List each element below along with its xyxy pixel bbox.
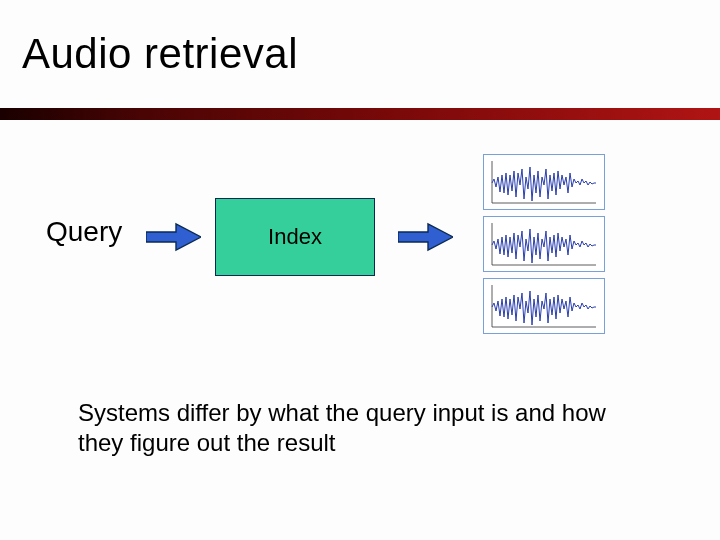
waveform-thumbnail <box>483 154 605 210</box>
waveform-thumbnail <box>483 216 605 272</box>
svg-marker-0 <box>146 224 201 250</box>
query-label: Query <box>46 216 122 248</box>
svg-marker-1 <box>398 224 453 250</box>
slide: Audio retrieval Query Index Systems diff… <box>0 0 720 540</box>
index-label: Index <box>268 224 322 250</box>
waveform-thumbnail <box>483 278 605 334</box>
title-underline <box>0 108 720 120</box>
caption-text: Systems differ by what the query input i… <box>78 398 610 458</box>
arrow-icon <box>146 222 201 252</box>
index-box: Index <box>215 198 375 276</box>
slide-title: Audio retrieval <box>22 30 298 78</box>
arrow-icon <box>398 222 453 252</box>
